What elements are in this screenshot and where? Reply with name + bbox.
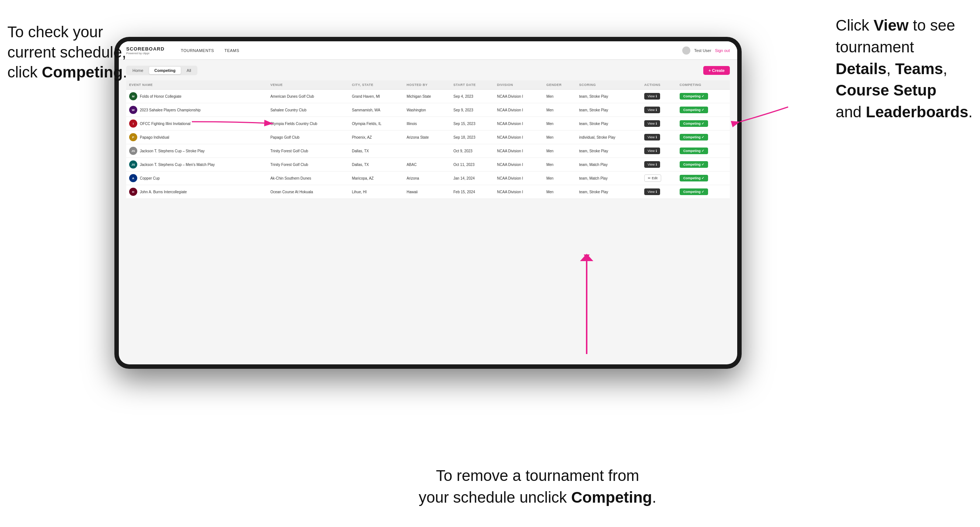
annotation-top-right: Click View to see tournament Details, Te…	[836, 15, 973, 123]
brand-logo: SCOREBOARD Powered by clippi	[126, 46, 165, 55]
cell-venue-3: Papago Golf Club	[267, 130, 349, 144]
cell-venue-6: Ak-Chin Southern Dunes	[267, 171, 349, 185]
cell-scoring-7: team, Stroke Play	[576, 185, 641, 199]
tab-competing[interactable]: Competing	[149, 67, 180, 74]
view-button-7[interactable]: View ℹ	[644, 189, 660, 195]
tab-home[interactable]: Home	[127, 67, 148, 74]
cell-division-5: NCAA Division I	[494, 158, 544, 171]
table-row: P Papago Individual Papago Golf ClubPhoe…	[126, 130, 730, 144]
view-button-3[interactable]: View ℹ	[644, 134, 660, 141]
table-row: I OFCC Fighting Illini Invitational Olym…	[126, 117, 730, 130]
competing-button-6[interactable]: Competing ✓	[680, 175, 708, 181]
table-row: JS Jackson T. Stephens Cup – Stroke Play…	[126, 144, 730, 158]
brand-title: SCOREBOARD	[126, 46, 165, 52]
cell-scoring-0: team, Stroke Play	[576, 90, 641, 103]
cell-division-0: NCAA Division I	[494, 90, 544, 103]
col-gender: GENDER	[544, 80, 576, 90]
table-row: JS Jackson T. Stephens Cup – Men's Match…	[126, 158, 730, 171]
cell-competing-2: Competing ✓	[677, 117, 730, 130]
cell-hosted-1: Washington	[404, 103, 450, 117]
cell-date-7: Feb 15, 2024	[450, 185, 494, 199]
cell-hosted-2: Illinois	[404, 117, 450, 130]
main-content: Home Competing All + Create EVENT NAME V…	[119, 60, 737, 364]
competing-button-0[interactable]: Competing ✓	[680, 93, 708, 100]
team-logo-4: JS	[129, 147, 137, 155]
cell-gender-2: Men	[544, 117, 576, 130]
cell-scoring-4: team, Stroke Play	[576, 144, 641, 158]
cell-gender-7: Men	[544, 185, 576, 199]
cell-competing-5: Competing ✓	[677, 158, 730, 171]
team-logo-7: H	[129, 188, 137, 196]
signout-link[interactable]: Sign out	[715, 48, 730, 53]
cell-event-4: JS Jackson T. Stephens Cup – Stroke Play	[126, 144, 267, 158]
view-button-4[interactable]: View ℹ	[644, 148, 660, 154]
col-date: START DATE	[450, 80, 494, 90]
cell-date-2: Sep 15, 2023	[450, 117, 494, 130]
nav-tournaments[interactable]: TOURNAMENTS	[176, 41, 219, 60]
col-venue: VENUE	[267, 80, 349, 90]
tab-all[interactable]: All	[181, 67, 196, 74]
cell-actions-7: View ℹ	[641, 185, 677, 199]
cell-competing-1: Competing ✓	[677, 103, 730, 117]
cell-gender-4: Men	[544, 144, 576, 158]
cell-hosted-5: ABAC	[404, 158, 450, 171]
competing-button-3[interactable]: Competing ✓	[680, 134, 708, 141]
competing-button-7[interactable]: Competing ✓	[680, 189, 708, 195]
table-head: EVENT NAME VENUE CITY, STATE HOSTED BY S…	[126, 80, 730, 90]
cell-city-3: Phoenix, AZ	[349, 130, 404, 144]
cell-gender-0: Men	[544, 90, 576, 103]
team-logo-1: W	[129, 106, 137, 114]
user-avatar	[682, 46, 690, 55]
team-logo-3: P	[129, 133, 137, 141]
col-hosted: HOSTED BY	[404, 80, 450, 90]
create-button[interactable]: + Create	[703, 66, 730, 75]
cell-gender-5: Men	[544, 158, 576, 171]
view-button-0[interactable]: View ℹ	[644, 93, 660, 100]
view-button-5[interactable]: View ℹ	[644, 161, 660, 168]
cell-actions-2: View ℹ	[641, 117, 677, 130]
col-city: CITY, STATE	[349, 80, 404, 90]
table-row: H John A. Burns Intercollegiate Ocean Co…	[126, 185, 730, 199]
edit-button-6[interactable]: ✏ Edit	[644, 175, 661, 182]
filter-tabs: Home Competing All	[126, 66, 197, 75]
table-header-row: EVENT NAME VENUE CITY, STATE HOSTED BY S…	[126, 80, 730, 90]
tournaments-table: EVENT NAME VENUE CITY, STATE HOSTED BY S…	[126, 80, 730, 199]
cell-division-1: NCAA Division I	[494, 103, 544, 117]
table-body: M Folds of Honor Collegiate American Dun…	[126, 90, 730, 199]
cell-scoring-3: individual, Stroke Play	[576, 130, 641, 144]
competing-button-2[interactable]: Competing ✓	[680, 120, 708, 127]
competing-button-5[interactable]: Competing ✓	[680, 161, 708, 168]
cell-division-7: NCAA Division I	[494, 185, 544, 199]
cell-competing-0: Competing ✓	[677, 90, 730, 103]
cell-venue-2: Olympia Fields Country Club	[267, 117, 349, 130]
cell-date-1: Sep 9, 2023	[450, 103, 494, 117]
cell-scoring-5: team, Match Play	[576, 158, 641, 171]
cell-gender-1: Men	[544, 103, 576, 117]
table-row: W 2023 Sahalee Players Championship Saha…	[126, 103, 730, 117]
competing-button-4[interactable]: Competing ✓	[680, 148, 708, 154]
event-name-6: Copper Cup	[140, 176, 160, 180]
cell-venue-7: Ocean Course At Hokuala	[267, 185, 349, 199]
nav-links: TOURNAMENTS TEAMS	[176, 41, 682, 60]
cell-actions-4: View ℹ	[641, 144, 677, 158]
cell-city-0: Grand Haven, MI	[349, 90, 404, 103]
tablet-device: SCOREBOARD Powered by clippi TOURNAMENTS…	[115, 37, 741, 369]
cell-hosted-6: Arizona	[404, 171, 450, 185]
event-name-1: 2023 Sahalee Players Championship	[140, 108, 201, 112]
cell-event-5: JS Jackson T. Stephens Cup – Men's Match…	[126, 158, 267, 171]
cell-competing-3: Competing ✓	[677, 130, 730, 144]
view-button-1[interactable]: View ℹ	[644, 106, 660, 113]
cell-division-3: NCAA Division I	[494, 130, 544, 144]
competing-button-1[interactable]: Competing ✓	[680, 106, 708, 113]
cell-venue-4: Trinity Forest Golf Club	[267, 144, 349, 158]
user-name: Test User	[694, 48, 711, 53]
event-name-5: Jackson T. Stephens Cup – Men's Match Pl…	[140, 163, 215, 167]
view-button-2[interactable]: View ℹ	[644, 120, 660, 127]
cell-hosted-4	[404, 144, 450, 158]
nav-teams[interactable]: TEAMS	[219, 41, 244, 60]
cell-city-4: Dallas, TX	[349, 144, 404, 158]
table-container: EVENT NAME VENUE CITY, STATE HOSTED BY S…	[126, 80, 730, 359]
cell-scoring-1: team, Stroke Play	[576, 103, 641, 117]
cell-gender-3: Men	[544, 130, 576, 144]
cell-competing-7: Competing ✓	[677, 185, 730, 199]
